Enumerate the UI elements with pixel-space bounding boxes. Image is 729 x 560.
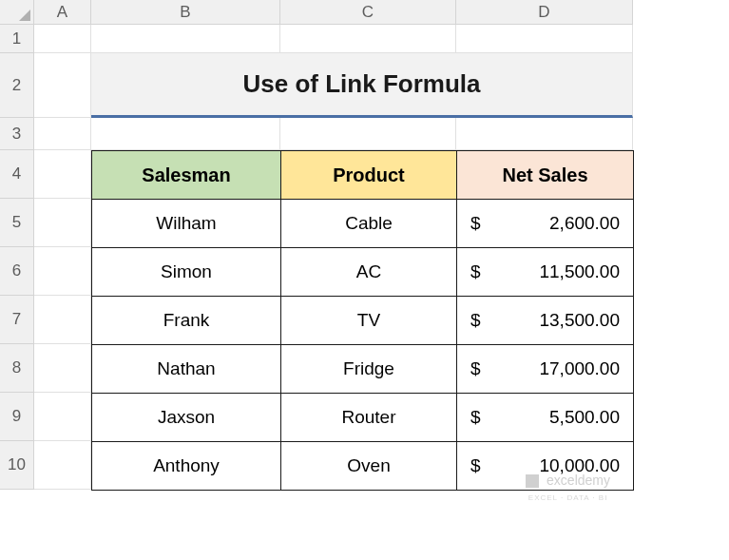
- row-headers: 1 2 3 4 5 6 7 8 9 10: [0, 25, 34, 490]
- select-all-corner[interactable]: [0, 0, 34, 25]
- cell-a6[interactable]: [34, 247, 91, 296]
- row-header-4[interactable]: 4: [0, 150, 34, 199]
- watermark-brand: exceldemy: [547, 473, 610, 488]
- cell-b3[interactable]: [91, 118, 280, 150]
- cell-a8[interactable]: [34, 344, 91, 393]
- currency-symbol: $: [470, 261, 481, 282]
- cell-product[interactable]: Oven: [281, 442, 457, 491]
- cell-product[interactable]: TV: [281, 297, 457, 345]
- table-row: Frank TV $ 13,500.00: [92, 297, 634, 345]
- watermark-icon: [526, 474, 539, 488]
- currency-symbol: $: [470, 310, 481, 331]
- row-header-2[interactable]: 2: [0, 53, 34, 118]
- cell-salesman[interactable]: Simon: [92, 248, 281, 297]
- row-header-3[interactable]: 3: [0, 118, 34, 150]
- cell-a7[interactable]: [34, 296, 91, 344]
- cell-salesman[interactable]: Jaxson: [92, 394, 281, 442]
- cell-salesman[interactable]: Frank: [92, 297, 281, 345]
- cell-netsales[interactable]: $ 13,500.00: [457, 297, 634, 345]
- grid-row: [34, 118, 633, 150]
- header-netsales[interactable]: Net Sales: [457, 151, 634, 200]
- col-header-a[interactable]: A: [34, 0, 91, 25]
- cell-salesman[interactable]: Nathan: [92, 345, 281, 394]
- sales-value: 5,500.00: [549, 407, 620, 428]
- sales-value: 2,600.00: [549, 213, 620, 234]
- cell-netsales[interactable]: $ 17,000.00: [457, 345, 634, 394]
- sales-value: 11,500.00: [539, 261, 620, 282]
- header-salesman[interactable]: Salesman: [92, 151, 281, 200]
- table-row: Nathan Fridge $ 17,000.00: [92, 345, 634, 394]
- cell-product[interactable]: AC: [281, 248, 457, 297]
- cell-netsales[interactable]: $ 5,500.00: [457, 394, 634, 442]
- watermark-tagline: EXCEL · DATA · BI: [528, 493, 608, 502]
- cell-b1[interactable]: [91, 25, 280, 53]
- row-header-1[interactable]: 1: [0, 25, 34, 53]
- grid-row: Use of Link Formula: [34, 53, 633, 118]
- data-table: Salesman Product Net Sales Wilham Cable …: [91, 150, 634, 491]
- column-headers: A B C D: [34, 0, 633, 25]
- cell-a2[interactable]: [34, 53, 91, 118]
- cell-netsales[interactable]: $ 2,600.00: [457, 200, 634, 248]
- grid-row: [34, 25, 633, 53]
- cell-salesman[interactable]: Anthony: [92, 442, 281, 491]
- row-header-5[interactable]: 5: [0, 199, 34, 247]
- row-header-9[interactable]: 9: [0, 393, 34, 441]
- col-header-b[interactable]: B: [91, 0, 280, 25]
- cell-d1[interactable]: [456, 25, 633, 53]
- cell-salesman[interactable]: Wilham: [92, 200, 281, 248]
- sales-value: 17,000.00: [539, 358, 620, 379]
- row-header-10[interactable]: 10: [0, 441, 34, 490]
- cell-a4[interactable]: [34, 150, 91, 199]
- col-header-c[interactable]: C: [280, 0, 456, 25]
- col-header-d[interactable]: D: [456, 0, 633, 25]
- cell-product[interactable]: Fridge: [281, 345, 457, 394]
- row-header-8[interactable]: 8: [0, 344, 34, 393]
- cell-a10[interactable]: [34, 441, 91, 490]
- row-header-7[interactable]: 7: [0, 296, 34, 344]
- cell-netsales[interactable]: $ 11,500.00: [457, 248, 634, 297]
- cell-a9[interactable]: [34, 393, 91, 441]
- currency-symbol: $: [470, 455, 481, 476]
- cell-c1[interactable]: [280, 25, 456, 53]
- currency-symbol: $: [470, 407, 481, 428]
- cell-product[interactable]: Router: [281, 394, 457, 442]
- cell-d3[interactable]: [456, 118, 633, 150]
- table-header-row: Salesman Product Net Sales: [92, 151, 634, 200]
- table-row: Wilham Cable $ 2,600.00: [92, 200, 634, 248]
- sales-value: 13,500.00: [539, 310, 620, 331]
- cell-a1[interactable]: [34, 25, 91, 53]
- cell-product[interactable]: Cable: [281, 200, 457, 248]
- header-product[interactable]: Product: [281, 151, 457, 200]
- title-cell[interactable]: Use of Link Formula: [91, 53, 633, 118]
- table-row: Simon AC $ 11,500.00: [92, 248, 634, 297]
- row-header-6[interactable]: 6: [0, 247, 34, 296]
- table-row: Jaxson Router $ 5,500.00: [92, 394, 634, 442]
- watermark: exceldemy EXCEL · DATA · BI: [526, 473, 610, 503]
- cell-c3[interactable]: [280, 118, 456, 150]
- currency-symbol: $: [470, 213, 481, 234]
- cell-a3[interactable]: [34, 118, 91, 150]
- cell-a5[interactable]: [34, 199, 91, 247]
- currency-symbol: $: [470, 358, 481, 379]
